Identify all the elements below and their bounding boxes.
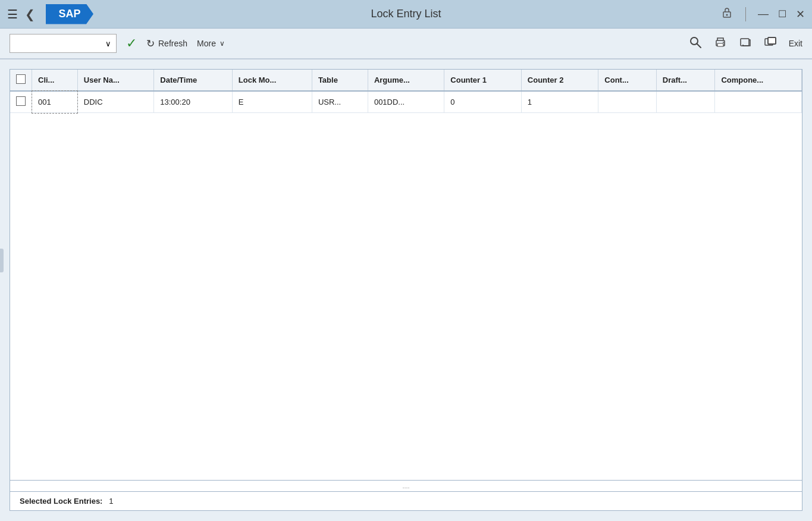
cell-argument: 001DD... [368, 91, 444, 113]
title-bar-left: ☰ ❮ SAP [7, 4, 93, 24]
refresh-button[interactable]: ↻ Refresh [146, 37, 187, 50]
selected-lock-entries-label: Selected Lock Entries: 1 [20, 497, 114, 506]
col-client[interactable]: Cli... [32, 70, 78, 91]
svg-rect-5 [717, 43, 723, 46]
col-component[interactable]: Compone... [715, 70, 802, 91]
restore-icon[interactable] [764, 36, 777, 52]
lock-icon [720, 6, 733, 22]
cell-datetime: 13:00:20 [154, 91, 232, 113]
resize-handle[interactable] [0, 249, 4, 272]
row-checkbox[interactable] [16, 96, 26, 106]
title-bar: ☰ ❮ SAP Lock Entry List — ☐ ✕ [0, 0, 812, 29]
more-chevron-icon: ∨ [220, 39, 225, 48]
col-cont[interactable]: Cont... [598, 70, 656, 91]
selected-count: 1 [109, 497, 113, 506]
col-counter1[interactable]: Counter 1 [444, 70, 522, 91]
table-header-row: Cli... User Na... Date/Time Lock Mo... T… [10, 70, 802, 91]
data-table: Cli... User Na... Date/Time Lock Mo... T… [10, 70, 802, 113]
main-content: Cli... User Na... Date/Time Lock Mo... T… [0, 59, 812, 521]
col-counter2[interactable]: Counter 2 [521, 70, 598, 91]
sap-logo: SAP [46, 4, 93, 24]
more-button[interactable]: More ∨ [197, 39, 225, 48]
refresh-icon: ↻ [146, 37, 155, 50]
scroll-dots: .... [402, 482, 409, 489]
col-select [10, 70, 32, 91]
minimize-button[interactable]: — [758, 8, 769, 20]
svg-point-1 [726, 14, 728, 16]
refresh-label: Refresh [158, 39, 187, 48]
exit-button[interactable]: Exit [789, 39, 802, 48]
title-bar-controls: — ☐ ✕ [720, 6, 805, 22]
more-label: More [197, 39, 216, 48]
table-container: Cli... User Na... Date/Time Lock Mo... T… [10, 69, 802, 481]
maximize-button[interactable]: ☐ [778, 8, 786, 20]
cell-draft [656, 91, 715, 113]
scroll-indicator: .... [10, 481, 802, 491]
svg-line-3 [697, 43, 701, 48]
cell-cont [598, 91, 656, 113]
select-all-checkbox[interactable] [16, 74, 26, 84]
col-table[interactable]: Table [312, 70, 368, 91]
cell-counter2: 1 [521, 91, 598, 113]
back-button[interactable]: ❮ [25, 7, 35, 21]
cell-table: USR... [312, 91, 368, 113]
search-icon[interactable] [689, 36, 702, 52]
toolbar-dropdown[interactable]: ∨ [10, 34, 117, 53]
cell-lockmode: E [232, 91, 312, 113]
col-lockmode[interactable]: Lock Mo... [232, 70, 312, 91]
page-title: Lock Entry List [371, 8, 441, 20]
confirm-button[interactable]: ✓ [126, 36, 137, 51]
col-username[interactable]: User Na... [77, 70, 153, 91]
print-icon[interactable] [714, 36, 727, 52]
close-button[interactable]: ✕ [796, 8, 805, 21]
col-draft[interactable]: Draft... [656, 70, 715, 91]
expand-icon[interactable] [739, 36, 752, 52]
col-datetime[interactable]: Date/Time [154, 70, 232, 91]
separator [745, 7, 746, 21]
toolbar: ∨ ✓ ↻ Refresh More ∨ [0, 29, 812, 59]
cell-username: DDIC [77, 91, 153, 113]
cell-counter1: 0 [444, 91, 522, 113]
table-row: 001DDIC13:00:20EUSR...001DD...01 [10, 91, 802, 113]
cell-client: 001 [32, 91, 78, 113]
row-select-cell [10, 91, 32, 113]
dropdown-arrow-icon: ∨ [105, 39, 111, 48]
svg-point-6 [723, 42, 724, 43]
svg-rect-9 [768, 37, 776, 44]
svg-rect-7 [741, 39, 749, 46]
col-argument[interactable]: Argume... [368, 70, 444, 91]
hamburger-menu-icon[interactable]: ☰ [7, 7, 18, 21]
cell-component [715, 91, 802, 113]
selected-label-bold: Selected Lock Entries: [20, 497, 102, 506]
status-bar: Selected Lock Entries: 1 [10, 491, 802, 511]
toolbar-right-actions: Exit [689, 36, 802, 52]
